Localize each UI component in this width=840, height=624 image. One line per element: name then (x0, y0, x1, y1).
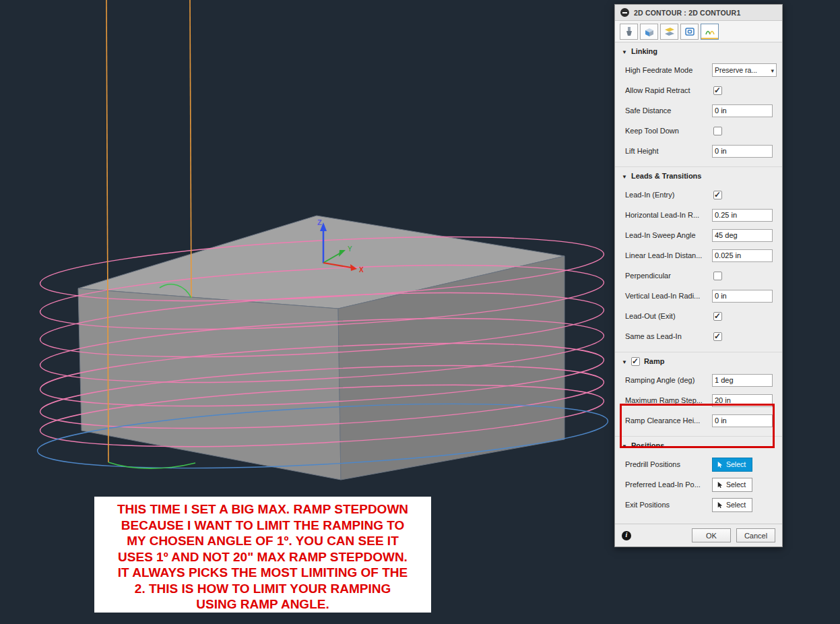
ramp-clearance-height-input[interactable] (712, 414, 773, 427)
annotation-line: USING RAMP ANGLE. (94, 596, 431, 613)
annotation-line: USES 1º AND NOT 20" MAX RAMP STEPDOWN. (94, 549, 431, 565)
collapse-triangle-icon (622, 47, 627, 55)
ok-button[interactable]: OK (692, 528, 731, 542)
lead-in-sweep-angle-input[interactable] (712, 229, 773, 242)
tab-heights[interactable] (660, 24, 678, 40)
annotation-line: MY CHOSEN ANGLE OF 1º. YOU CAN SEE IT (94, 533, 431, 549)
ramp-header[interactable]: Ramp (615, 352, 782, 370)
field-lead-in-sweep-angle: Lead-In Sweep Angle (615, 225, 782, 245)
preferred-lead-in-select-button[interactable]: Select (712, 478, 752, 492)
field-high-feedrate-mode: High Feedrate Mode Preserve ra... (615, 60, 782, 80)
cursor-icon (716, 501, 723, 509)
field-lift-height: Lift Height (615, 141, 782, 161)
tab-geometry[interactable] (640, 24, 658, 40)
dialog-titlebar[interactable]: 2D CONTOUR : 2D CONTOUR1 (615, 5, 782, 21)
cursor-icon (716, 461, 723, 468)
collapse-triangle-icon (622, 441, 627, 449)
high-feedrate-mode-dropdown[interactable]: Preserve ra... (712, 63, 777, 77)
vertical-lead-in-radius-input[interactable] (712, 290, 773, 303)
ramp-checkbox[interactable] (631, 357, 640, 366)
linking-icon (704, 26, 716, 38)
chevron-down-icon (769, 66, 776, 74)
lift-height-input[interactable] (712, 145, 773, 158)
lead-out-exit-checkbox[interactable] (713, 312, 722, 321)
ramping-angle-input[interactable] (712, 374, 773, 387)
field-linear-lead-in-distance: Linear Lead-In Distan... (615, 245, 782, 266)
section-linking: Linking High Feedrate Mode Preserve ra..… (615, 42, 782, 166)
field-safe-distance: Safe Distance (615, 100, 782, 121)
dialog-footer: OK Cancel (615, 524, 782, 547)
tool-icon (623, 26, 635, 38)
plunge-line (190, 0, 191, 298)
app-window: Z Y X THIS TIME I SET A BIG MAX. RAMP ST… (0, 0, 840, 624)
heights-icon (664, 26, 676, 38)
tab-linking[interactable] (701, 24, 719, 40)
section-positions: Positions Predrill Positions Select (615, 436, 782, 520)
field-ramping-angle: Ramping Angle (deg) (615, 370, 782, 390)
tab-tool[interactable] (620, 24, 638, 40)
info-icon[interactable] (622, 531, 631, 540)
dialog-tabbar (615, 21, 782, 42)
field-vertical-lead-in-radius: Vertical Lead-In Radi... (615, 286, 782, 306)
passes-icon (684, 26, 696, 38)
lead-in-entry-checkbox[interactable] (713, 191, 722, 199)
horizontal-lead-in-radius-input[interactable] (712, 209, 773, 222)
2d-contour-dialog: 2D CONTOUR : 2D CONTOUR1 (614, 4, 783, 547)
axis-label-z: Z (317, 218, 322, 226)
collapse-triangle-icon (622, 357, 627, 365)
same-as-lead-in-checkbox[interactable] (713, 332, 722, 341)
geometry-icon (643, 26, 655, 38)
positions-header[interactable]: Positions (615, 437, 782, 454)
field-exit-positions: Exit Positions Select (615, 495, 782, 515)
linking-header[interactable]: Linking (615, 42, 782, 60)
collapse-triangle-icon (622, 172, 627, 180)
exit-positions-select-button[interactable]: Select (712, 498, 752, 512)
field-lead-in-entry: Lead-In (Entry) (615, 185, 782, 205)
annotation-line: BECAUSE I WANT TO LIMIT THE RAMPING TO (94, 518, 431, 534)
field-maximum-ramp-stepdown: Maximum Ramp Step... (615, 390, 782, 410)
field-perpendicular: Perpendicular (615, 266, 782, 286)
axis-label-x: X (359, 266, 364, 274)
section-ramp: Ramp Ramping Angle (deg) Maximum Ramp St… (615, 352, 782, 436)
keep-tool-down-checkbox[interactable] (713, 127, 722, 135)
field-same-as-lead-in: Same as Lead-In (615, 326, 782, 346)
allow-rapid-retract-checkbox[interactable] (713, 86, 722, 95)
field-predrill-positions: Predrill Positions Select (615, 454, 782, 474)
leads-header[interactable]: Leads & Transitions (615, 167, 782, 185)
tab-passes[interactable] (680, 24, 699, 40)
axis-label-y: Y (348, 245, 352, 253)
annotation-line: THIS TIME I SET A BIG MAX. RAMP STEPDOWN (94, 501, 431, 518)
safe-distance-input[interactable] (712, 104, 773, 117)
cursor-icon (716, 481, 723, 489)
field-allow-rapid-retract: Allow Rapid Retract (615, 80, 782, 100)
section-leads: Leads & Transitions Lead-In (Entry) Hori… (615, 166, 782, 352)
linear-lead-in-distance-input[interactable] (712, 249, 773, 262)
field-ramp-clearance-height: Ramp Clearance Hei... (615, 410, 782, 431)
perpendicular-checkbox[interactable] (713, 272, 722, 280)
cancel-button[interactable]: Cancel (736, 528, 775, 542)
field-lead-out-exit: Lead-Out (Exit) (615, 306, 782, 326)
maximum-ramp-stepdown-input[interactable] (712, 394, 773, 407)
dialog-grip-icon[interactable] (620, 8, 629, 17)
dialog-body: Linking High Feedrate Mode Preserve ra..… (615, 42, 782, 547)
dialog-title: 2D CONTOUR : 2D CONTOUR1 (634, 9, 740, 17)
annotation-line: 2. THIS IS HOW TO LIMIT YOUR RAMPING (94, 581, 431, 597)
annotation-line: IT ALWAYS PICKS THE MOST LIMITING OF THE (94, 565, 431, 581)
annotation-note: THIS TIME I SET A BIG MAX. RAMP STEPDOWN… (94, 497, 431, 613)
field-keep-tool-down: Keep Tool Down (615, 121, 782, 141)
field-horizontal-lead-in-radius: Horizontal Lead-In R... (615, 205, 782, 225)
field-preferred-lead-in-positions: Preferred Lead-In Po... Select (615, 474, 782, 495)
predrill-select-button[interactable]: Select (712, 458, 752, 472)
